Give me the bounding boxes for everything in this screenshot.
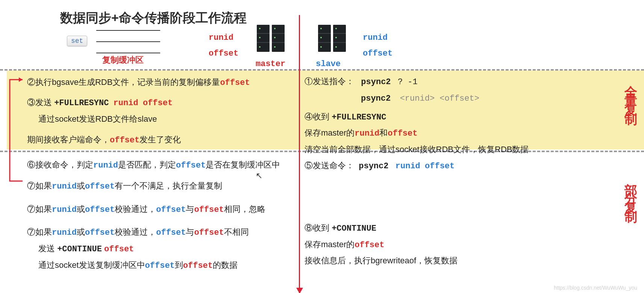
step1-text: ①发送指令： xyxy=(305,77,354,86)
step-1: ①发送指令： psync2 ? -1 xyxy=(305,74,541,90)
step2-offset: offset xyxy=(220,78,250,88)
s7a-end: 有一个不满足，执行全量复制 xyxy=(115,181,222,190)
s7c-to: 到 xyxy=(175,260,183,270)
svg-point-24 xyxy=(320,46,322,48)
set-button: set xyxy=(67,36,87,46)
s7c-send: 发送 xyxy=(38,244,57,253)
s8-continue: +CONTINUE xyxy=(332,224,376,233)
s7c-pass: 校验通过， xyxy=(115,227,156,237)
s7b-offset: offset xyxy=(85,205,115,214)
s6-offset: offset xyxy=(176,161,206,170)
step-2: ②执行bgsave生成RDB文件，记录当前的复制偏移量offset xyxy=(27,74,292,91)
step3-runid: runid xyxy=(114,98,138,108)
s7b-end: 相同，忽略 xyxy=(224,204,265,214)
s8-text: ⑧收到 xyxy=(305,223,332,233)
svg-rect-5 xyxy=(272,25,285,33)
s7b-pass: 校验通过， xyxy=(115,204,156,214)
svg-rect-16 xyxy=(318,25,331,33)
s6-mid: 是否匹配，判定 xyxy=(118,160,176,169)
master-meta: runid offset xyxy=(209,30,238,62)
step-5: ⑤发送命令： psync2 runid offset xyxy=(305,158,541,174)
step-4c: 清空当前全部数据，通过socket接收RDB文件，恢复RDB数据 xyxy=(305,142,541,157)
step1b-args: <runid> <offset> xyxy=(400,94,479,103)
s6-runid: runid xyxy=(93,161,118,170)
step3-prefix: ③发送 xyxy=(27,98,54,107)
step1b-cmd: psync2 xyxy=(361,94,391,103)
svg-point-25 xyxy=(335,28,337,29)
step-4b: 保存master的runid和offset xyxy=(305,125,541,142)
svg-point-12 xyxy=(274,37,276,38)
page-title: 数据同步+命令传播阶段工作流程 xyxy=(60,9,247,27)
svg-point-8 xyxy=(259,28,261,29)
step-6: ⑥接收命令，判定runid是否匹配，判定offset是否在复制缓冲区中 xyxy=(27,157,292,174)
s5-offset: offset xyxy=(425,162,455,171)
s7b-off2: offset xyxy=(194,205,224,214)
step-8b: 保存master的offset xyxy=(305,237,541,253)
s8b-offset: offset xyxy=(355,240,384,250)
step4b-text: 保存master的 xyxy=(305,128,355,137)
role-slave: slave xyxy=(316,59,341,69)
watermark: https://blog.csdn.net/WuWuWu_you xyxy=(554,285,637,291)
s7c-if: ⑦如果 xyxy=(27,227,52,237)
s7c-data: 的数据 xyxy=(213,260,238,270)
s6-end: 是否在复制缓冲区中 xyxy=(206,160,280,169)
s7c-continue: +CONTINUE xyxy=(57,245,102,254)
mid-offset: offset xyxy=(110,136,139,145)
s7c-sock-off2: offset xyxy=(183,261,213,270)
svg-rect-19 xyxy=(333,25,346,33)
master-partial-steps: ⑥接收命令，判定runid是否匹配，判定offset是否在复制缓冲区中 ⑦如果r… xyxy=(27,157,292,274)
svg-point-22 xyxy=(320,28,322,29)
svg-rect-17 xyxy=(318,34,331,42)
step4b-offset: offset xyxy=(388,129,417,138)
mid-text2: 发生了变化 xyxy=(139,135,181,144)
svg-point-13 xyxy=(274,46,276,48)
step-4: ④收到 +FULLRESYNC xyxy=(305,109,541,125)
master-offset: offset xyxy=(209,46,238,62)
slave-partial-steps: ⑤发送命令： psync2 runid offset ⑧收到 +CONTINUE… xyxy=(305,158,541,269)
s7c-off: offset xyxy=(104,245,134,254)
side-label-full: 全量复制 xyxy=(622,75,639,111)
step3-offset: offset xyxy=(143,98,173,108)
step-8c: 接收信息后，执行bgrewriteaof，恢复数据 xyxy=(305,253,541,269)
step-1b: psync2 <runid> <offset> xyxy=(305,90,541,107)
s7c-send-line: 发送 +CONTINUE offset xyxy=(27,241,292,257)
step-3: ③发送 +FULLRESYNC runid offset 通过socket发送R… xyxy=(27,95,292,127)
svg-rect-20 xyxy=(333,34,346,42)
master-runid: runid xyxy=(209,30,238,46)
mid-text: 期间接收客户端命令， xyxy=(27,135,110,144)
svg-rect-18 xyxy=(318,43,331,52)
s7a-offset: offset xyxy=(85,182,115,191)
s5-runid: runid xyxy=(395,162,420,171)
step-7c: ⑦如果runid或offset校验通过，offset与offset不相同 发送 … xyxy=(27,224,292,273)
s7b-and: 与 xyxy=(186,204,194,214)
slave-runid: runid xyxy=(363,30,392,46)
s7b-if: ⑦如果 xyxy=(27,204,52,214)
s6-text: ⑥接收命令，判定 xyxy=(27,160,93,169)
divider-top xyxy=(0,69,644,71)
slave-offset: offset xyxy=(363,46,392,62)
s7c-socket-line: 通过socket发送复制缓冲区中offset到offset的数据 xyxy=(27,257,292,274)
s5-cmd: psync2 xyxy=(359,162,388,171)
svg-rect-4 xyxy=(257,43,270,52)
step1-args: ? -1 xyxy=(398,77,418,87)
master-full-steps: ②执行bgsave生成RDB文件，记录当前的复制偏移量offset ③发送 +F… xyxy=(27,74,292,148)
s7b-runid: runid xyxy=(52,205,77,214)
step3-fullresync: +FULLRESYNC xyxy=(54,98,109,108)
s7c-or: 或 xyxy=(77,227,85,237)
s7a-if: ⑦如果 xyxy=(27,181,52,190)
s7c-off2: offset xyxy=(194,228,224,237)
step4b-and: 和 xyxy=(379,128,388,137)
s7b-or: 或 xyxy=(77,204,85,214)
s7c-sock: 通过socket发送复制缓冲区中 xyxy=(38,260,145,270)
s7c-end: 不相同 xyxy=(224,227,249,237)
svg-rect-7 xyxy=(272,43,285,52)
role-master: master xyxy=(256,59,285,69)
step1-cmd: psync2 xyxy=(361,77,391,87)
svg-rect-2 xyxy=(257,25,270,33)
server-slave-icon xyxy=(316,23,350,56)
s7b-off1: offset xyxy=(156,205,186,214)
s7a-or: 或 xyxy=(77,181,85,190)
s7c-off1: offset xyxy=(156,228,186,237)
step-mid: 期间接收客户端命令，offset发生了变化 xyxy=(27,132,292,148)
svg-point-9 xyxy=(259,37,261,38)
